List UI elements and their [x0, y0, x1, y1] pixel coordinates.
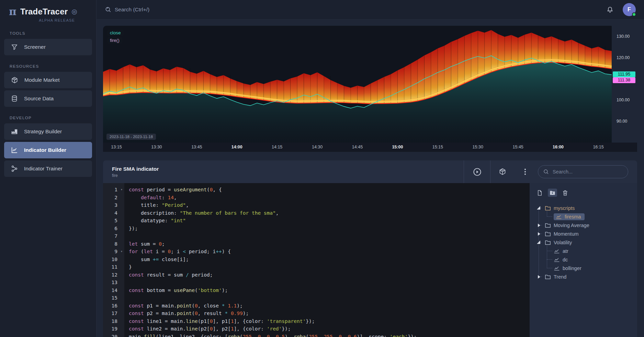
file-toolbar: [536, 189, 632, 197]
run-button[interactable]: [464, 167, 490, 177]
code-line[interactable]: });: [129, 225, 530, 233]
sidebar-item-source-data[interactable]: Source Data: [4, 90, 92, 107]
sidebar-item-screener[interactable]: Screener: [4, 39, 92, 55]
code-line[interactable]: const bottom = usePane('bottom');: [129, 287, 530, 294]
avatar[interactable]: F: [623, 3, 636, 16]
tree-file-bollinger[interactable]: bollinger: [536, 264, 632, 272]
time-axis-label: 15:00: [392, 145, 403, 149]
code-line[interactable]: description: "The number of bars for the…: [129, 209, 530, 217]
line-number[interactable]: 7: [103, 232, 124, 240]
time-axis[interactable]: 13:1513:3013:4514:0014:1514:3014:4515:00…: [103, 143, 637, 152]
code-line[interactable]: const line1 = main.line(p1[0], p1[1], {c…: [129, 317, 530, 325]
price-axis-label: 90.00: [617, 119, 627, 124]
folder-icon: [545, 274, 551, 280]
code-line[interactable]: [129, 279, 530, 287]
code-line[interactable]: for (let i = 0; i < period; i++) {: [129, 248, 530, 256]
line-number[interactable]: 1▾: [103, 186, 124, 194]
line-number[interactable]: 16: [103, 302, 124, 310]
factory-icon: [11, 128, 18, 135]
code-line[interactable]: title: "Period",: [129, 201, 530, 209]
code-line[interactable]: let sum = 0;: [129, 240, 530, 248]
indicator-title: Fire SMA indicator: [112, 166, 464, 172]
chart-canvas[interactable]: [103, 26, 612, 143]
global-search[interactable]: [105, 6, 606, 13]
code-line[interactable]: const p2 = main.point(0, result * 0.99);: [129, 310, 530, 317]
release-label: ALPHA RELEASE: [0, 18, 96, 22]
time-axis-label: 16:00: [553, 145, 564, 149]
line-number[interactable]: 6: [103, 225, 124, 233]
code-line[interactable]: const line2 = main.line(p2[0], p2[1], {c…: [129, 325, 530, 333]
code-line[interactable]: default: 14,: [129, 194, 530, 202]
line-number[interactable]: 11: [103, 263, 124, 271]
price-axis-label: 130.00: [617, 34, 630, 39]
new-folder-button[interactable]: [548, 189, 557, 197]
sidebar-item-indicator-builder[interactable]: Indicator Builder: [4, 142, 92, 158]
time-axis-label: 14:15: [272, 145, 282, 149]
sidebar-item-strategy-builder[interactable]: Strategy Builder: [4, 123, 92, 140]
tree-folder-myscripts[interactable]: myscripts: [536, 204, 632, 212]
line-number[interactable]: 9▾: [103, 248, 124, 256]
code-line[interactable]: [129, 294, 530, 302]
code-line[interactable]: const p1 = main.point(0, close * 1.1);: [129, 302, 530, 310]
chart-legend: closefire(): [107, 30, 124, 44]
line-number[interactable]: 17: [103, 310, 124, 317]
time-axis-label: 14:45: [352, 145, 363, 149]
chevron-collapsed-icon[interactable]: [538, 224, 542, 227]
line-number[interactable]: 12: [103, 271, 124, 279]
script-search[interactable]: [538, 165, 628, 178]
price-chart[interactable]: closefire() 2023-11-18 - 2023-11-18: [103, 26, 612, 143]
legend-item-close[interactable]: close: [107, 30, 124, 36]
line-number[interactable]: 19: [103, 325, 124, 333]
chart-line-icon: [11, 146, 18, 154]
line-number[interactable]: 5: [103, 217, 124, 225]
modules-button[interactable]: [490, 168, 515, 176]
line-number[interactable]: 8: [103, 240, 124, 248]
code-line[interactable]: }: [129, 263, 530, 271]
chevron-expanded-icon[interactable]: [537, 240, 540, 244]
fold-chevron-icon[interactable]: ▾: [121, 186, 123, 194]
target-icon[interactable]: ◎: [71, 8, 77, 15]
time-axis-label: 14:00: [231, 145, 242, 149]
script-search-input[interactable]: [553, 169, 614, 175]
line-number[interactable]: 10: [103, 256, 124, 263]
price-scale[interactable]: 130.00120.00100.0090.00111.95111.38: [612, 26, 637, 143]
sidebar-item-indicator-trainer[interactable]: Indicator Trainer: [4, 160, 92, 177]
code-line[interactable]: const period = useArgument(0, {: [129, 186, 530, 194]
chevron-collapsed-icon[interactable]: [538, 232, 542, 236]
code-line[interactable]: datatype: "int": [129, 217, 530, 225]
global-search-input[interactable]: [115, 7, 286, 13]
tree-folder-trend[interactable]: Trend: [536, 272, 632, 281]
tree-folder-moving-average[interactable]: Moving Average: [536, 221, 632, 229]
tree-file-dc[interactable]: dc: [536, 255, 632, 264]
tree-file-firesma[interactable]: firesma: [536, 212, 632, 221]
code-editor[interactable]: 1▾23456789▾10111213141516171819202122 co…: [103, 183, 530, 337]
tree-folder-volatility[interactable]: Volatility: [536, 238, 632, 247]
legend-item-fire[interactable]: fire(): [107, 37, 122, 44]
line-number[interactable]: 2: [103, 194, 124, 202]
line-number[interactable]: 14: [103, 287, 124, 294]
sidebar-item-label: Indicator Trainer: [24, 166, 63, 172]
tree-folder-momentum[interactable]: Momentum: [536, 229, 632, 238]
more-button[interactable]: [515, 168, 536, 176]
code-line[interactable]: sum += close[i];: [129, 256, 530, 263]
chart-widget: closefire() 2023-11-18 - 2023-11-18 130.…: [103, 26, 637, 143]
fold-chevron-icon[interactable]: ▾: [121, 248, 123, 256]
line-number[interactable]: 20: [103, 333, 124, 337]
chevron-expanded-icon[interactable]: [537, 206, 540, 210]
line-number[interactable]: 15: [103, 294, 124, 302]
notifications-button[interactable]: [606, 6, 614, 13]
code-line[interactable]: const result = sum / period;: [129, 271, 530, 279]
new-file-button[interactable]: [536, 189, 543, 196]
tree-file-atr[interactable]: atr: [536, 247, 632, 255]
trash-button[interactable]: [562, 189, 568, 196]
line-number[interactable]: 4: [103, 209, 124, 217]
editor-code[interactable]: const period = useArgument(0, { default:…: [124, 183, 530, 337]
chevron-collapsed-icon[interactable]: [538, 275, 542, 279]
line-number[interactable]: 18: [103, 317, 124, 325]
code-line[interactable]: [129, 232, 530, 240]
sidebar-item-module-market[interactable]: Module Market: [4, 72, 92, 88]
code-line[interactable]: main.fill(line1, line2, {color: [rgba(25…: [129, 333, 530, 337]
line-number[interactable]: 3: [103, 201, 124, 209]
price-axis-label: 120.00: [617, 55, 630, 60]
line-number[interactable]: 13: [103, 279, 124, 287]
